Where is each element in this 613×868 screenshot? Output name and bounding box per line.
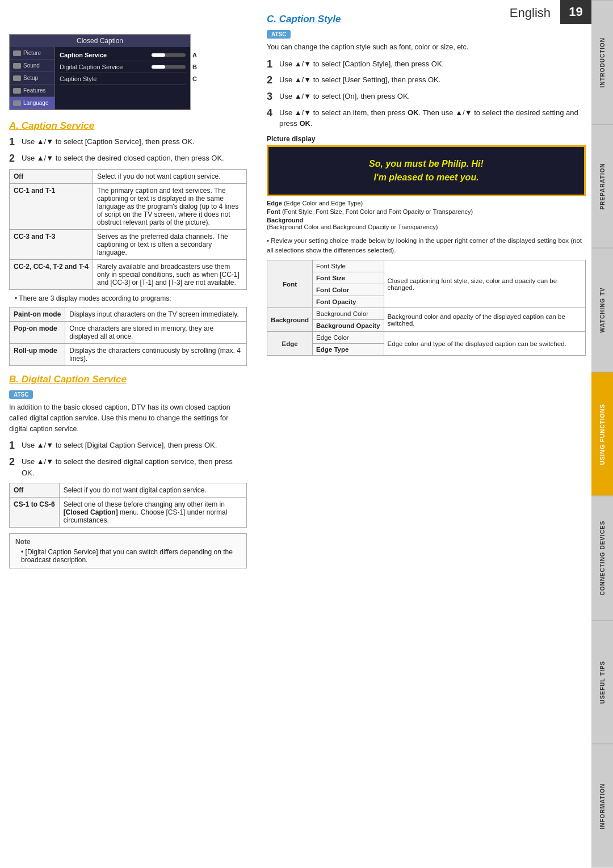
edge-annotation: Edge (Edge Color and Edge Type) (267, 200, 586, 207)
step-b2: 2 Use ▲/▼ to select the desired digital … (9, 456, 247, 478)
tab-connecting-devices[interactable]: CONNECTING DEVICES (591, 496, 613, 620)
tab-information[interactable]: INFORMATION (591, 744, 613, 868)
tv-menu-screenshot: Closed Caption Picture Sound Setup Featu… (9, 34, 191, 110)
bg-color-label: Background Color (313, 308, 384, 320)
note-box: Note [Digital Caption Service] that you … (9, 533, 247, 568)
tv-menu-title: Closed Caption (10, 35, 190, 47)
tab-introduction[interactable]: INTRODUCTION (591, 0, 613, 124)
features-icon (13, 88, 21, 94)
background-annotation: Background (Background Color and Backgro… (267, 217, 586, 230)
step-c1: 1 Use ▲/▼ to select [Caption Style], the… (267, 58, 586, 71)
tv-menu-item-language: Language (10, 97, 54, 109)
tv-menu-option-digital-caption: Digital Caption Service B (60, 61, 186, 73)
table-row: CC-3 and T-3 Serves as the preferred dat… (10, 230, 247, 260)
section-c-header: C. Caption Style (267, 14, 586, 25)
note-bullet: [Digital Caption Service] that you can s… (21, 548, 241, 564)
edge-type-label: Edge Type (313, 344, 384, 356)
font-opacity-label: Font Opacity (313, 296, 384, 308)
table-row: Off Select if you do not want caption se… (10, 170, 247, 184)
table-row: Background Background Color Background c… (267, 308, 586, 320)
sidebar-tabs: INTRODUCTION PREPARATION WATCHING TV USI… (591, 0, 613, 868)
sound-icon (13, 63, 21, 69)
atsc-badge-b: ATSC (9, 390, 33, 399)
step-c3: 3 Use ▲/▼ to select [On], then press OK. (267, 91, 586, 103)
font-size-label: Font Size (313, 272, 384, 284)
table-row: Font Font Style Closed captioning font s… (267, 260, 586, 272)
step-a1: 1 Use ▲/▼ to select [Caption Service], t… (9, 136, 247, 149)
step-b1: 1 Use ▲/▼ to select [Digital Caption Ser… (9, 440, 247, 452)
picture-icon (13, 50, 21, 56)
step-c4: 4 Use ▲/▼ to select an item, then press … (267, 107, 586, 129)
language-icon (13, 100, 21, 106)
table-row: Roll-up mode Displays the characters con… (10, 344, 247, 366)
tv-menu-item-picture: Picture (10, 47, 54, 60)
tab-preparation[interactable]: PREPARATION (591, 124, 613, 248)
table-row: CC-1 and T-1 The primary caption and tex… (10, 184, 247, 230)
review-note: • Review your setting choice made below … (267, 236, 586, 256)
table-row: CC-2, CC-4, T-2 and T-4 Rarely available… (10, 260, 247, 290)
table-row: CS-1 to CS-6 Select one of these before … (10, 498, 247, 528)
font-color-label: Font Color (313, 284, 384, 296)
tv-menu-options: Caption Service A Digital Caption Servic… (55, 47, 190, 109)
table-row: Pop-on mode Once characters are stored i… (10, 322, 247, 344)
edge-desc: Edge color and type of the displayed cap… (384, 332, 585, 356)
display-modes-bullet: There are 3 display modes according to p… (15, 294, 247, 302)
picture-annotations: Edge (Edge Color and Edge Type) Font (Fo… (267, 200, 586, 230)
tv-menu-item-setup: Setup (10, 72, 54, 85)
background-category: Background (267, 308, 313, 332)
section-a-header: A. Caption Service (9, 120, 247, 132)
tab-watching-tv[interactable]: WATCHING TV (591, 248, 613, 372)
edge-category: Edge (267, 332, 313, 356)
picture-screen: So, you must be Philip. Hi! I'm pleased … (267, 145, 586, 196)
section-c-intro: You can change the caption style such as… (267, 42, 586, 53)
table-row: Edge Edge Color Edge color and type of t… (267, 332, 586, 344)
bg-desc: Background color and opacity of the disp… (384, 308, 585, 332)
picture-display: Picture display So, you must be Philip. … (267, 135, 586, 230)
step-c2: 2 Use ▲/▼ to select [User Setting], then… (267, 74, 586, 87)
tv-menu-option-caption-style: Caption Style C (60, 73, 186, 85)
caption-service-table: Off Select if you do not want caption se… (9, 169, 247, 290)
font-style-label: Font Style (313, 260, 384, 272)
step-a2: 2 Use ▲/▼ to select the desired closed c… (9, 153, 247, 165)
display-modes-table: Paint-on mode Displays input characters … (9, 307, 247, 366)
tv-menu-item-features: Features (10, 85, 54, 97)
digital-caption-table: Off Select if you do not want digital ca… (9, 483, 247, 528)
section-b-header: B. Digital Caption Service (9, 374, 247, 385)
edge-color-label: Edge Color (313, 332, 384, 344)
right-column: C. Caption Style ATSC You can change the… (261, 0, 591, 372)
feature-table: Font Font Style Closed captioning font s… (267, 260, 586, 356)
tab-useful-tips[interactable]: USEFUL TIPS (591, 620, 613, 744)
tv-menu-option-caption-service: Caption Service A (60, 49, 186, 61)
tv-menu-item-sound: Sound (10, 60, 54, 72)
font-category: Font (267, 260, 313, 308)
left-column: Closed Caption Picture Sound Setup Featu… (0, 0, 253, 580)
bg-opacity-label: Background Opacity (313, 320, 384, 332)
picture-display-label: Picture display (267, 135, 586, 143)
setup-icon (13, 75, 21, 81)
tab-using-functions[interactable]: USING FUNCTIONS (591, 372, 613, 496)
table-row: Paint-on mode Displays input characters … (10, 307, 247, 322)
atsc-badge-c: ATSC (267, 30, 291, 39)
table-row: Off Select if you do not want digital ca… (10, 483, 247, 498)
font-desc: Closed captioning font style, size, colo… (384, 260, 585, 308)
font-annotation: Font (Font Style, Font Size, Font Color … (267, 208, 586, 215)
section-b-intro: In addition to the basic closed caption,… (9, 402, 247, 434)
tv-menu-sidebar: Picture Sound Setup Features Language (10, 47, 55, 109)
